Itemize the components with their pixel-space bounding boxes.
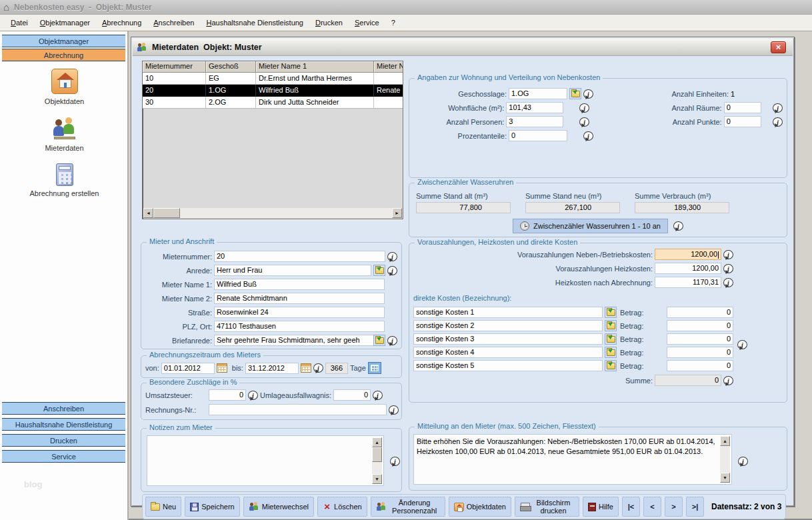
strasse-field[interactable]: Rosenwinkel 24 bbox=[214, 307, 385, 318]
lookup-button[interactable] bbox=[605, 347, 617, 358]
info-icon[interactable]: i bbox=[723, 264, 733, 273]
heizkosten-nach-field[interactable]: 1170,31 bbox=[655, 277, 721, 288]
kosten3-name-field[interactable]: sonstige Kosten 3 bbox=[413, 333, 603, 345]
close-button[interactable]: × bbox=[771, 41, 786, 53]
lookup-button[interactable] bbox=[605, 307, 617, 318]
bis-date-field[interactable]: 31.12.2012 bbox=[245, 363, 299, 374]
calendar-icon[interactable] bbox=[217, 363, 227, 373]
menu-haushaltsnahe[interactable]: Haushaltsnahe Dienstleistung bbox=[201, 17, 309, 29]
sidebar-item-objektmanager[interactable]: Objektmanager bbox=[2, 35, 125, 47]
info-icon[interactable]: i bbox=[248, 391, 258, 400]
info-icon[interactable]: i bbox=[373, 391, 383, 400]
lookup-button[interactable] bbox=[605, 320, 617, 331]
info-icon[interactable]: i bbox=[579, 117, 589, 127]
name1-field[interactable]: Wilfried Buß bbox=[214, 279, 385, 290]
scroll-right-icon[interactable]: ► bbox=[392, 208, 402, 218]
name2-field[interactable]: Renate Schmidtmann bbox=[214, 293, 385, 304]
objektdaten-button[interactable]: Objektdaten bbox=[449, 497, 511, 517]
calendar-icon[interactable] bbox=[301, 363, 311, 373]
kosten4-name-field[interactable]: sonstige Kosten 4 bbox=[413, 347, 603, 358]
period-calendar-button[interactable] bbox=[368, 362, 381, 374]
kosten5-name-field[interactable]: sonstige Kosten 5 bbox=[413, 360, 603, 371]
column-header-mieter-name-2[interactable]: Mieter N bbox=[374, 61, 403, 73]
lookup-button[interactable] bbox=[373, 265, 385, 276]
sidebar-item-drucken[interactable]: Drucken bbox=[2, 434, 125, 447]
speichern-button[interactable]: Speichern bbox=[185, 497, 240, 517]
info-icon[interactable]: i bbox=[737, 340, 747, 349]
bildschirm-drucken-button[interactable]: Bildschirm drucken bbox=[515, 497, 579, 517]
info-icon[interactable]: i bbox=[738, 457, 748, 466]
table-row[interactable]: 10 EG Dr.Ernst und Martha Hermes bbox=[143, 73, 403, 85]
nav-first-button[interactable]: |< bbox=[622, 497, 640, 517]
lookup-button[interactable] bbox=[605, 360, 617, 371]
kosten1-betrag-field[interactable]: 0 bbox=[667, 307, 733, 318]
scroll-left-icon[interactable]: ◄ bbox=[143, 208, 153, 218]
sidebar-item-service[interactable]: Service bbox=[2, 450, 125, 463]
info-icon[interactable]: i bbox=[389, 405, 399, 415]
info-icon[interactable]: i bbox=[773, 103, 783, 113]
sidebar-shortcut-mieterdaten[interactable]: Mieterdaten bbox=[0, 117, 129, 152]
von-date-field[interactable]: 01.01.2012 bbox=[161, 363, 215, 374]
hilfe-button[interactable]: Hilfe bbox=[583, 497, 619, 517]
anzahl-punkte-field[interactable]: 0 bbox=[724, 116, 762, 127]
nav-last-button[interactable]: >| bbox=[686, 497, 704, 517]
notizen-scrollbar[interactable]: ▲ ▼ bbox=[372, 437, 382, 484]
info-icon[interactable]: i bbox=[773, 117, 783, 127]
kosten3-betrag-field[interactable]: 0 bbox=[667, 333, 733, 345]
nav-next-button[interactable]: > bbox=[665, 497, 683, 517]
scroll-up-icon[interactable]: ▲ bbox=[720, 436, 730, 446]
info-icon[interactable]: i bbox=[583, 131, 593, 141]
column-header-geschoss[interactable]: Geschoß bbox=[206, 61, 256, 73]
nav-prev-button[interactable]: < bbox=[643, 497, 661, 517]
sidebar-item-abrechnung[interactable]: Abrechnung bbox=[2, 49, 125, 61]
anzahl-raeume-field[interactable]: 0 bbox=[724, 102, 762, 113]
nbk-field[interactable]: 1200,00 bbox=[655, 249, 721, 260]
mieternummer-field[interactable]: 20 bbox=[214, 251, 385, 262]
wohnflaeche-field[interactable]: 101,43 bbox=[506, 102, 563, 113]
info-icon[interactable]: i bbox=[723, 250, 733, 259]
column-header-mieternummer[interactable]: Mieternummer bbox=[143, 61, 206, 73]
scroll-down-icon[interactable]: ▼ bbox=[720, 473, 730, 483]
info-icon[interactable]: i bbox=[579, 103, 589, 113]
scroll-down-icon[interactable]: ▼ bbox=[372, 474, 382, 484]
scroll-thumb[interactable] bbox=[372, 447, 382, 462]
aenderung-personenzahl-button[interactable]: Änderung Personenzahl bbox=[371, 497, 445, 517]
column-header-mieter-name-1[interactable]: Mieter Name 1 bbox=[256, 61, 374, 73]
menu-objektmanager[interactable]: Objektmanager bbox=[35, 17, 95, 29]
sidebar-item-anschreiben[interactable]: Anschreiben bbox=[2, 402, 125, 415]
lookup-button[interactable] bbox=[605, 333, 617, 345]
menu-datei[interactable]: Datei bbox=[5, 17, 33, 29]
info-icon[interactable]: i bbox=[583, 89, 593, 99]
scroll-thumb[interactable] bbox=[153, 208, 180, 218]
notizen-textarea[interactable]: ▲ ▼ bbox=[147, 435, 384, 486]
sidebar-shortcut-abrechnung-erstellen[interactable]: Abrechnung erstellen bbox=[0, 163, 129, 197]
info-icon[interactable]: i bbox=[673, 221, 683, 231]
kosten1-name-field[interactable]: sonstige Kosten 1 bbox=[413, 307, 603, 318]
info-icon[interactable]: i bbox=[723, 278, 733, 287]
anzahl-personen-field[interactable]: 3 bbox=[506, 116, 563, 127]
info-icon[interactable]: i bbox=[313, 363, 323, 373]
anrede-field[interactable]: Herr und Frau bbox=[214, 265, 371, 276]
wasseruhren-button[interactable]: Zwischenzähler Wasseruhren 1 - 10 an bbox=[513, 219, 668, 233]
menu-help[interactable]: ? bbox=[386, 17, 401, 29]
menu-abrechnung[interactable]: Abrechnung bbox=[97, 17, 147, 29]
info-icon[interactable]: i bbox=[387, 336, 397, 345]
menu-drucken[interactable]: Drucken bbox=[310, 17, 348, 29]
umlageausfallwagnis-field[interactable]: 0 bbox=[333, 389, 371, 401]
lookup-button[interactable] bbox=[373, 335, 385, 346]
mitteilung-scrollbar[interactable]: ▲ ▼ bbox=[720, 436, 730, 483]
kosten2-betrag-field[interactable]: 0 bbox=[667, 320, 733, 331]
menu-service[interactable]: Service bbox=[349, 17, 385, 29]
geschosslage-field[interactable]: 1.OG bbox=[509, 88, 567, 99]
mitteilung-textarea[interactable]: Bitte erhöhen Sie die Vorauszahlungen: N… bbox=[413, 434, 732, 485]
prozentanteile-field[interactable]: 0 bbox=[509, 130, 567, 141]
plz-ort-field[interactable]: 47110 Testhausen bbox=[214, 321, 385, 332]
briefanrede-field[interactable]: Sehr geehrte Frau Schmidtmann, sehr geeh bbox=[214, 335, 385, 346]
sidebar-shortcut-objektdaten[interactable]: Objektdaten bbox=[0, 69, 129, 105]
info-icon[interactable]: i bbox=[390, 457, 400, 466]
lookup-button[interactable] bbox=[569, 88, 581, 99]
table-horizontal-scrollbar[interactable]: ◄ ► bbox=[143, 208, 402, 218]
scroll-up-icon[interactable]: ▲ bbox=[372, 437, 382, 447]
kosten4-betrag-field[interactable]: 0 bbox=[667, 347, 733, 358]
rechnungs-nr-field[interactable] bbox=[209, 404, 387, 415]
